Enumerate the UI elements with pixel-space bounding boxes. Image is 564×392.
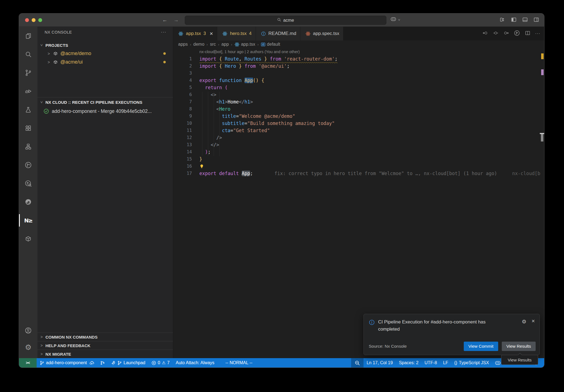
activity-item-edge-browser[interactable] [19,193,37,211]
activity-item-nx-project-search[interactable] [19,174,37,193]
breadcrumb-segment[interactable]: apps [178,42,188,47]
tab-README.md[interactable]: README.md [256,27,300,40]
section-common-nx-commands[interactable]: >COMMON NX COMMANDS [37,333,173,341]
toggle-secondary-sidebar-icon[interactable] [533,17,539,24]
code-line-7[interactable]: 7 <h1>Home</h1> [173,98,544,105]
view-results-button[interactable]: View Results [502,342,536,351]
project-label: @acme/demo [60,51,91,56]
next-change-icon[interactable] [503,30,509,37]
code-line-10[interactable]: 10 subtitle="Build something amazing tod… [173,120,544,127]
activity-item-source-control[interactable] [19,64,37,82]
navigate-back-icon[interactable]: ← [162,17,167,23]
code-line-9[interactable]: 9 title="Welcome @acme/demo" [173,113,544,120]
code-line-14[interactable]: 14 ); [173,148,544,156]
activity-item-settings[interactable]: ⚙ [19,339,37,356]
zoom-window-button[interactable] [38,18,42,22]
status-branch-indicator[interactable]: add-hero-component [37,358,97,368]
status-vim-mode[interactable]: -- NORMAL -- [223,358,256,368]
chevron-collapsed-icon: > [40,352,44,356]
code-line-5[interactable]: 5 return ( [173,84,544,91]
status-eol[interactable]: LF [440,358,451,368]
code-line-12[interactable]: 12 /> [173,134,544,141]
status-indentation[interactable]: Spaces: 2 [396,358,421,368]
code-line-11[interactable]: 11 cta="Get Started" [173,127,544,134]
activity-item-run-debug[interactable] [19,82,37,100]
status-problems[interactable]: 0⚠7 [148,358,173,368]
code-line-13[interactable]: 13 </> [173,141,544,148]
breadcrumb-segment[interactable]: demo [193,42,204,47]
activity-item-nx-graph[interactable] [19,156,37,174]
activity-item-explorer[interactable] [19,27,37,45]
code-line-2[interactable]: 2import { Hero } from '@acme/ui'; [173,62,544,70]
breadcrumb-symbol[interactable]: default [261,42,280,47]
chevron-collapsed-icon: > [47,51,51,56]
split-editor-icon[interactable] [525,30,531,37]
status-source-control-graph[interactable] [97,358,108,368]
status-encoding[interactable]: UTF-8 [422,358,440,368]
section-projects-label: PROJECTS [45,43,68,48]
status-launchpad[interactable]: Launchpad [108,358,148,368]
close-window-button[interactable] [25,18,29,22]
remote-indicator[interactable]: >< [19,358,37,368]
activity-item-project-references[interactable] [19,137,37,156]
breadcrumb-segment[interactable]: src [210,42,216,47]
status-language-mode[interactable]: {}TypeScript JSX [451,358,492,368]
status-auto-attach[interactable]: Auto Attach: Always [173,358,218,368]
status-cursor-position[interactable]: Ln 17, Col 19 [364,358,396,368]
line-content: cta="Get Started" [199,127,544,134]
nx-cloud-graph-icon[interactable] [514,30,520,37]
tab-app.tsx[interactable]: app.tsx3✕ [173,27,217,40]
activity-item-account[interactable] [19,322,37,339]
tab-hero.tsx[interactable]: hero.tsx4 [217,27,256,40]
section-help-and-feedback[interactable]: >HELP AND FEEDBACK [37,341,173,350]
toggle-panel-icon[interactable] [522,17,528,24]
editor-group: app.tsx3✕ hero.tsx4 README.md app.spec.t… [173,27,544,358]
activity-item-search[interactable] [19,45,37,64]
symbol-default-icon [261,42,265,47]
code-line-6[interactable]: 6 <> [173,91,544,98]
code-line-4[interactable]: 4export function App() { [173,77,544,84]
code-line-8[interactable]: 8 <Hero [173,105,544,113]
toggle-primary-sidebar-icon[interactable] [511,17,517,24]
status-label: Spaces: 2 [399,360,418,365]
code-line-16[interactable]: 16 [173,163,544,170]
activity-item-nx-console[interactable]: N≥ [19,211,37,230]
breadcrumb-file[interactable]: app.tsx [234,42,255,47]
section-nx-migrate[interactable]: >NX MIGRATE [37,350,173,358]
activity-item-extensions[interactable] [19,119,37,137]
code-line-15[interactable]: 15} [173,156,544,163]
sidebar-more-actions-icon[interactable]: ··· [161,29,166,35]
tab-bar: app.tsx3✕ hero.tsx4 README.md app.spec.t… [173,27,544,40]
code-line-1[interactable]: 1import { Route, Routes } from 'react-ro… [173,55,544,62]
navigate-forward-icon[interactable]: → [173,17,179,23]
pipeline-execution-item[interactable]: add-hero-component - Merge 409b44e5cb02.… [37,107,173,116]
section-projects[interactable]: > PROJECTS [37,41,173,49]
code-line-17[interactable]: 17nx-cloud[bexport default App;fix: corr… [173,170,544,177]
status-zoom-indicator[interactable] [351,358,364,368]
minimize-window-button[interactable] [32,18,36,22]
project-item[interactable]: > @acme/demo [37,49,173,58]
notification-settings-icon[interactable]: ⚙ [522,318,527,325]
more-actions-icon[interactable]: ··· [535,31,540,36]
notification-source: Source: Nx Console [369,344,407,349]
close-tab-icon[interactable]: ✕ [210,31,213,36]
command-center-search[interactable]: acme [185,16,386,25]
current-change-icon[interactable] [493,30,499,37]
lightbulb-icon[interactable] [199,164,204,169]
activity-item-testing[interactable] [19,100,37,119]
section-nx-cloud[interactable]: > NX CLOUD :: RECENT CI PIPELINE EXECUTI… [37,97,173,107]
tab-app.spec.tsx[interactable]: app.spec.tsx [300,27,343,40]
copilot-icon [391,17,396,22]
notification-close-icon[interactable]: ✕ [532,318,535,324]
customize-layout-icon[interactable] [500,17,505,24]
project-item[interactable]: > @acme/ui [37,58,173,66]
copilot-menu[interactable]: > [391,17,401,22]
code-line-3[interactable]: 3 [173,70,544,77]
view-commit-button[interactable]: View Commit [464,342,498,351]
modified-dot [163,61,166,63]
line-number: 17 [173,170,199,177]
breadcrumb-segment[interactable]: app [221,42,229,47]
code-editor[interactable]: nx-cloud[bot], 1 hour ago | 2 authors (Y… [173,48,544,358]
activity-item-containers[interactable] [19,230,37,248]
previous-change-icon[interactable] [482,30,488,37]
